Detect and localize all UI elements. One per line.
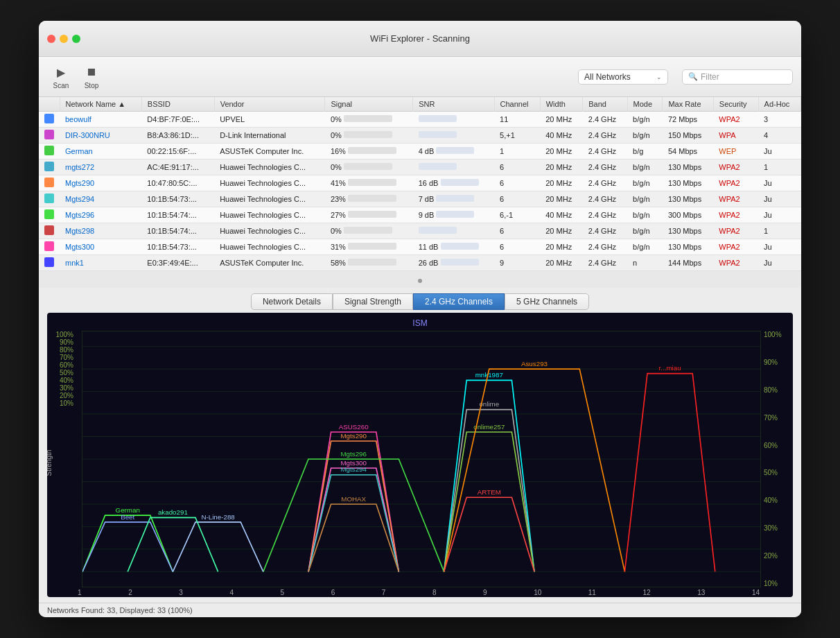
col-snr[interactable]: SNR [413,97,494,112]
close-button[interactable] [47,35,55,43]
tab-2.4-ghz-channels[interactable]: 2.4 GHz Channels [413,293,505,310]
row-band: 2.4 GHz [583,112,627,128]
row-snr: 11 dB [413,239,494,255]
col-maxrate[interactable]: Max Rate [663,97,713,112]
col-checkbox [39,97,60,112]
row-mode: b/g/n [627,191,663,207]
row-vendor: Huawei Technologies C... [214,191,325,207]
row-signal: 0% [325,128,413,144]
col-security[interactable]: Security [713,97,758,112]
col-network-name[interactable]: Network Name ▲ [60,97,141,112]
x-axis-label: 13 [697,589,705,596]
table-row[interactable]: Mgts298 10:1B:54:74:... Huawei Technolog… [39,223,801,239]
row-maxrate: 300 Mbps [663,207,713,223]
table-row[interactable]: Mgts296 10:1B:54:74:... Huawei Technolog… [39,207,801,223]
row-security: WEP [713,144,758,160]
row-channel: 9 [494,255,540,271]
row-checkbox[interactable] [39,223,60,239]
col-adhoc[interactable]: Ad-Hoc [758,97,800,112]
networks-dropdown[interactable]: All Networks ⌄ [578,69,668,85]
col-bssid[interactable]: BSSID [141,97,214,112]
col-signal[interactable]: Signal [325,97,413,112]
table-row[interactable]: beowulf D4:BF:7F:0E:... UPVEL 0% 11 20 M… [39,112,801,128]
row-band: 2.4 GHz [583,128,627,144]
col-channel[interactable]: Channel [494,97,540,112]
row-checkbox[interactable] [39,175,60,191]
row-bssid: 10:1B:54:74:... [141,223,214,239]
row-vendor: D-Link International [214,128,325,144]
row-checkbox[interactable] [39,144,60,160]
filter-input-wrapper[interactable]: 🔍 Filter [682,69,793,85]
col-vendor[interactable]: Vendor [214,97,325,112]
table-row[interactable]: Mgts300 10:1B:54:73:... Huawei Technolog… [39,239,801,255]
row-adhoc: 1 [758,160,800,175]
row-checkbox[interactable] [39,191,60,207]
row-checkbox[interactable] [39,207,60,223]
row-snr: 16 dB [413,175,494,191]
row-band: 2.4 GHz [583,223,627,239]
row-security: WPA2 [713,112,758,128]
row-channel: 6,-1 [494,207,540,223]
tab-network-details[interactable]: Network Details [251,293,333,310]
row-checkbox[interactable] [39,128,60,144]
scroll-dot-indicator [418,279,422,283]
y-axis-label-right: 20% [764,552,787,560]
row-band: 2.4 GHz [583,144,627,160]
table-row[interactable]: Mgts290 10:47:80:5C:... Huawei Technolog… [39,175,801,191]
table-row[interactable]: Mgts294 10:1B:54:73:... Huawei Technolog… [39,191,801,207]
table-row[interactable]: mnk1 E0:3F:49:4E:... ASUSTeK Computer In… [39,255,801,271]
row-signal: 23% [325,191,413,207]
row-adhoc: Ju [758,144,800,160]
row-snr [413,112,494,128]
row-adhoc: 3 [758,112,800,128]
network-label: ASUS260 [339,423,369,431]
network-label: Asus293 [521,360,548,368]
table-scroll[interactable]: Network Name ▲ BSSID Vendor Signal SNR C… [39,97,801,271]
network-signal-shape [308,468,399,571]
row-mode: b/g [627,144,663,160]
network-table-container: Network Name ▲ BSSID Vendor Signal SNR C… [39,97,801,288]
row-band: 2.4 GHz [583,239,627,255]
col-band[interactable]: Band [583,97,627,112]
table-row[interactable]: mgts272 AC:4E:91:17:... Huawei Technolog… [39,160,801,175]
tab-5-ghz-channels[interactable]: 5 GHz Channels [505,293,589,310]
row-signal: 58% [325,255,413,271]
y-axis-label-right: 100% [764,331,787,338]
row-maxrate: 150 Mbps [663,128,713,144]
network-label: Beet [121,513,134,521]
x-axis-label: 11 [588,589,596,596]
row-checkbox[interactable] [39,255,60,271]
row-checkbox[interactable] [39,112,60,128]
row-checkbox[interactable] [39,160,60,175]
maximize-button[interactable] [72,35,80,43]
tab-signal-strength[interactable]: Signal Strength [333,293,413,310]
y-axis-label-right: 10% [764,580,787,587]
minimize-button[interactable] [60,35,68,43]
row-bssid: 00:22:15:6F:... [141,144,214,160]
x-axis-label: 14 [752,589,760,596]
table-row[interactable]: DIR-300NRU B8:A3:86:1D:... D-Link Intern… [39,128,801,144]
tabs-row: Network DetailsSignal Strength2.4 GHz Ch… [39,288,801,313]
row-security: WPA2 [713,191,758,207]
row-checkbox[interactable] [39,239,60,255]
y-axis-label: 50% [53,369,73,377]
x-axis-label: 5 [281,589,285,596]
scroll-indicator [39,271,801,288]
row-bssid: 10:1B:54:73:... [141,239,214,255]
row-adhoc: Ju [758,175,800,191]
col-width[interactable]: Width [540,97,583,112]
row-maxrate: 54 Mbps [663,144,713,160]
row-signal: 0% [325,112,413,128]
chevron-down-icon: ⌄ [656,74,662,80]
row-mode: n [627,255,663,271]
table-row[interactable]: German 00:22:15:6F:... ASUSTeK Computer … [39,144,801,160]
row-network-name: beowulf [60,112,141,128]
network-signal-shape [624,374,715,572]
play-icon: ▶ [53,64,69,80]
stop-button[interactable]: ⏹ Stop [78,61,105,92]
col-mode[interactable]: Mode [627,97,663,112]
scan-button[interactable]: ▶ Scan [47,61,75,92]
row-signal: 16% [325,144,413,160]
row-bssid: 10:47:80:5C:... [141,175,214,191]
x-axis-label: 1 [78,589,82,596]
